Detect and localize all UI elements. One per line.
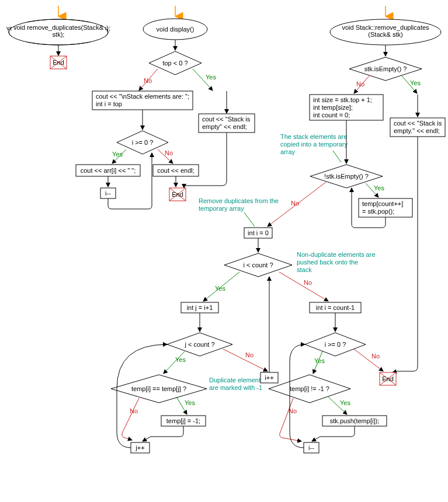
svg-text:i++: i++ [265, 374, 273, 381]
svg-text:cout << endl;: cout << endl; [157, 167, 195, 174]
svg-text:Yes: Yes [215, 285, 225, 292]
svg-text:int size = stk.top + 1;: int size = stk.top + 1; [313, 96, 372, 103]
svg-text:No: No [304, 279, 312, 286]
svg-text:temp[i] != -1 ?: temp[i] != -1 ? [290, 385, 329, 392]
fc3-comment-push: Non-duplicate elements are [297, 251, 376, 258]
svg-text:Yes: Yes [314, 357, 325, 364]
svg-text:cout << arr[i] << " ";: cout << arr[i] << " "; [81, 167, 136, 174]
svg-text:cout << "\nStack elements are:: cout << "\nStack elements are: "; [96, 93, 189, 100]
svg-text:Yes: Yes [340, 399, 350, 406]
svg-text:i >= 0 ?: i >= 0 ? [132, 139, 154, 146]
fc2-end: End [169, 188, 186, 201]
svg-text:int i = 0: int i = 0 [248, 229, 269, 236]
svg-text:pushed back onto the: pushed back onto the [297, 259, 358, 266]
fc3-end: End [380, 372, 396, 385]
svg-text:cout << "Stack is: cout << "Stack is [394, 120, 442, 127]
fc3-comment-remove: Remove duplicates from the [199, 197, 279, 204]
svg-text:cout << "Stack is: cout << "Stack is [202, 116, 251, 123]
svg-text:i < count ?: i < count ? [243, 262, 273, 269]
svg-text:int count = 0;: int count = 0; [313, 111, 350, 118]
svg-text:int i = top: int i = top [96, 100, 122, 107]
svg-text:int i = count-1: int i = count-1 [316, 304, 355, 311]
svg-text:void Stack::remove_duplicates: void Stack::remove_duplicates [342, 24, 429, 31]
svg-text:array: array [280, 148, 296, 155]
svg-text:End: End [382, 375, 394, 382]
svg-text:Yes: Yes [112, 151, 123, 158]
svg-text:temp[i] == temp[j] ?: temp[i] == temp[j] ? [131, 385, 186, 392]
svg-text:temp[count++]: temp[count++] [362, 200, 403, 207]
svg-text:!stk.isEmpty() ?: !stk.isEmpty() ? [324, 173, 369, 180]
svg-text:Yes: Yes [410, 79, 421, 86]
svg-text:No: No [245, 351, 253, 358]
svg-text:stk.isEmpty() ?: stk.isEmpty() ? [364, 65, 407, 72]
fc3-comment-copy: The stack elements are [280, 133, 347, 140]
svg-text:void display(): void display() [157, 26, 195, 33]
svg-text:i--: i-- [308, 444, 314, 451]
svg-text:No: No [144, 77, 152, 84]
svg-text:copied into a temporary: copied into a temporary [280, 141, 348, 148]
svg-text:(Stack& stk): (Stack& stk) [368, 31, 402, 38]
svg-text:No: No [165, 149, 173, 156]
svg-text:Yes: Yes [374, 184, 384, 191]
svg-text:void remove_duplicates(Stack&: void remove_duplicates(Stack& [13, 24, 104, 31]
svg-text:stack: stack [297, 266, 312, 273]
svg-text:No: No [291, 200, 299, 207]
svg-text:int temp[size];: int temp[size]; [313, 104, 353, 111]
svg-text:No: No [356, 81, 364, 88]
svg-text:End: End [172, 191, 183, 198]
fc1-end: End [50, 56, 67, 69]
svg-text:i--: i-- [105, 190, 111, 197]
svg-text:empty." << endl;: empty." << endl; [394, 127, 440, 134]
svg-text:temporary array: temporary array [199, 205, 244, 212]
svg-text:i >= 0 ?: i >= 0 ? [325, 341, 346, 348]
svg-text:No: No [371, 353, 380, 360]
svg-text:stk);: stk); [53, 31, 65, 38]
svg-text:j < count ?: j < count ? [184, 341, 214, 348]
svg-text:Yes: Yes [185, 399, 195, 406]
svg-text:empty" << endl;: empty" << endl; [202, 123, 247, 130]
flowchart-canvas: void remove_duplicates(Stack& stk); stk)… [0, 0, 448, 502]
svg-text:top < 0 ?: top < 0 ? [162, 60, 187, 67]
svg-text:= stk.pop();: = stk.pop(); [362, 208, 394, 215]
fc3-comment-mark: Duplicate elements [209, 376, 264, 384]
svg-text:Yes: Yes [206, 74, 216, 81]
svg-text:j++: j++ [135, 444, 144, 451]
svg-text:Yes: Yes [175, 356, 186, 363]
svg-text:are marked with -1: are marked with -1 [209, 384, 262, 391]
svg-text:stk.push(temp[i]);: stk.push(temp[i]); [330, 417, 379, 424]
svg-text:temp[j] = -1;: temp[j] = -1; [166, 417, 200, 424]
svg-text:int j = i+1: int j = i+1 [187, 304, 213, 311]
svg-text:End: End [53, 59, 64, 66]
